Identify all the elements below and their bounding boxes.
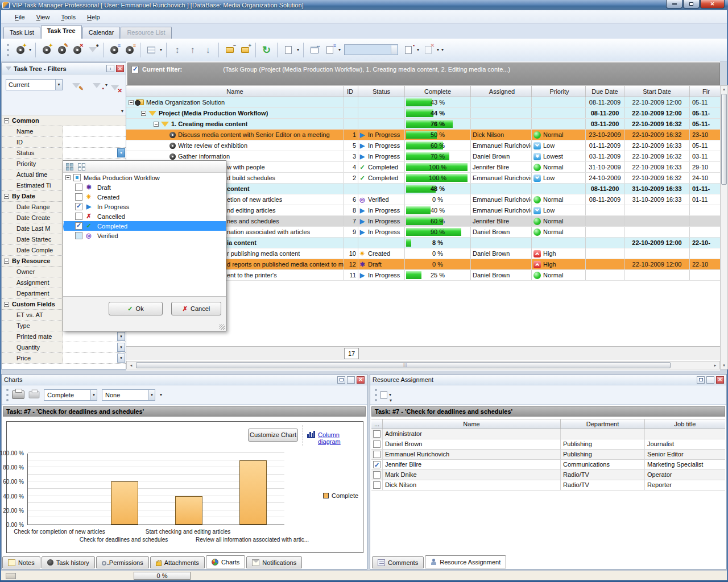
timescale-arrow[interactable]: ▾ (159, 47, 163, 52)
duplicate-icon[interactable] (281, 43, 295, 57)
fit-columns-icon[interactable]: ↔ (307, 43, 321, 57)
filter-field-value[interactable] (63, 126, 126, 136)
column-header-due-date[interactable]: Due Date (586, 86, 624, 97)
status-option-draft[interactable]: ✱Draft (63, 182, 226, 192)
task-details-icon[interactable]: ≡ (107, 43, 121, 57)
column-header-priority[interactable]: Priority (532, 86, 586, 97)
task-row[interactable]: Project (Media Production Workflow)44 %0… (126, 108, 720, 119)
column-header-start-date[interactable]: Start Date (624, 86, 690, 97)
apply-filter-icon[interactable]: ✎ (68, 78, 85, 93)
edit-task-icon[interactable]: ✎ (55, 43, 69, 57)
restore-panel-icon[interactable] (697, 376, 705, 384)
current-filter-checkbox[interactable] (131, 66, 139, 73)
ok-button[interactable]: ✓ Ok (109, 302, 163, 315)
resource-checkbox[interactable] (373, 440, 380, 448)
task-highlight-icon[interactable]: ≡ (122, 43, 136, 57)
tab-notifications[interactable]: Notifications (246, 556, 302, 568)
pin-icon[interactable] (106, 65, 114, 72)
chevron-down-icon[interactable]: ▾ (117, 343, 125, 352)
expand-all-icon[interactable]: + (238, 43, 252, 57)
save-view-arrow[interactable]: ▾ (416, 47, 420, 52)
grid-settings-arrow[interactable]: ▾ (337, 47, 342, 52)
charts-overflow-arrow[interactable]: ▾ (160, 392, 162, 397)
move-down-icon[interactable]: ↓ (201, 43, 215, 57)
duplicate-arrow[interactable]: ▾ (296, 47, 300, 52)
pin-icon[interactable] (706, 376, 714, 384)
chevron-down-icon[interactable]: ▾ (389, 392, 391, 397)
horizontal-scrollbar[interactable]: ◂ ▸ (126, 361, 720, 369)
status-option-cancelled[interactable]: ✗Cancelled (63, 211, 226, 221)
close-panel-icon[interactable]: ✕ (716, 376, 724, 384)
tree-collapse-icon[interactable] (154, 122, 159, 127)
option-checkbox[interactable] (75, 232, 82, 239)
uncheck-all-icon[interactable] (78, 163, 85, 171)
print-preview-icon[interactable] (29, 391, 40, 398)
tab-charts[interactable]: Charts (206, 555, 245, 568)
scroll-right-icon[interactable]: ▸ (711, 361, 719, 369)
status-option-created[interactable]: ☀Created (63, 192, 226, 202)
resource-row[interactable]: Dick NilsonRadio/TVReporter (371, 480, 725, 490)
menu-file[interactable]: File (9, 12, 31, 22)
scroll-left-icon[interactable]: ◂ (127, 361, 135, 369)
filter-field-value[interactable]: ▾ (63, 331, 126, 342)
scroll-up-icon[interactable]: ▴ (721, 86, 727, 93)
resource-row[interactable]: Emmanuel RurichovichPublishingSenior Edi… (371, 450, 725, 460)
option-checkbox[interactable] (75, 184, 82, 191)
tab-permissions[interactable]: Permissions (96, 556, 149, 568)
new-task-icon[interactable]: ✦ (13, 43, 27, 57)
move-up-icon[interactable]: ↑ (185, 43, 200, 57)
task-row[interactable]: Write review of exhibition5▶In Progress6… (126, 140, 720, 151)
new-task-arrow[interactable]: ▾ (28, 47, 32, 52)
filter-section-common[interactable]: Common (2, 115, 126, 126)
resource-overflow-arrow[interactable]: ▾ (390, 398, 392, 403)
filter-preset-combo[interactable]: Current ▾ (6, 79, 63, 90)
cancel-button[interactable]: ✗ Cancel (171, 302, 221, 315)
filter-tasks-icon[interactable]: ● (85, 43, 100, 57)
status-tree-root[interactable]: Media Production Workflow (63, 173, 226, 182)
restore-panel-icon[interactable] (337, 376, 345, 384)
column-diagram-link[interactable]: Column diagram (318, 431, 363, 445)
resize-grip[interactable] (219, 324, 225, 330)
tree-collapse-icon[interactable] (129, 100, 134, 105)
timescale-icon[interactable] (144, 43, 158, 57)
task-row[interactable]: Discuss media content with Senior Editor… (126, 130, 720, 140)
vertical-scroll-thumb[interactable] (721, 94, 727, 185)
tab-task-history[interactable]: Task history (42, 556, 95, 568)
minimize-button[interactable] (666, 0, 682, 9)
task-row[interactable]: Media Organization Solution43 %08-11-200… (126, 97, 720, 108)
collapse-icon[interactable] (4, 259, 9, 264)
resource-checkbox[interactable] (373, 430, 380, 438)
view-name-combo[interactable] (344, 44, 398, 55)
collapse-icon[interactable] (65, 175, 71, 180)
grid-settings-icon[interactable]: ≡ (322, 43, 337, 57)
chevron-down-icon[interactable]: ▾ (90, 390, 97, 400)
collapse-all-icon[interactable]: − (222, 43, 237, 57)
chevron-down-icon[interactable]: ▾ (55, 80, 62, 90)
check-all-icon[interactable] (66, 163, 73, 171)
filter-field-value[interactable]: ▾ (63, 342, 126, 352)
close-panel-icon[interactable]: ✕ (116, 65, 124, 72)
resource-column-department[interactable]: Department (561, 419, 645, 429)
filter-field-value[interactable]: ▾ (63, 148, 126, 158)
resource-checkbox[interactable] (373, 451, 380, 458)
option-checkbox[interactable] (75, 213, 82, 220)
column-header-fir[interactable]: Fir (690, 86, 720, 97)
chevron-down-icon[interactable]: ▾ (148, 390, 155, 400)
resource-checkbox[interactable] (373, 471, 380, 479)
view-tab-resource-list[interactable]: Resource List (121, 27, 171, 39)
view-tab-task-tree[interactable]: Task Tree (41, 25, 82, 39)
view-tab-task-list[interactable]: Task List (3, 27, 40, 39)
status-option-in-progress[interactable]: ▶In Progress (63, 202, 226, 211)
chevron-down-icon[interactable]: ▾ (117, 354, 125, 363)
column-header-name[interactable]: Name (126, 86, 344, 97)
filters-overflow-arrow[interactable]: ▾ (121, 109, 123, 114)
resource-row[interactable]: Jennifer BlireCommunicationsMarketing Sp… (371, 460, 725, 470)
restore-button[interactable] (683, 0, 700, 9)
move-task-icon[interactable]: ↕ (170, 43, 184, 57)
collapse-icon[interactable] (4, 118, 9, 123)
save-filter-icon[interactable]: ▪ (88, 78, 105, 93)
column-header-status[interactable]: Status (358, 86, 405, 97)
chart-group-combo[interactable]: None ▾ (102, 389, 155, 401)
scroll-down-icon[interactable]: ▾ (721, 362, 727, 369)
close-panel-icon[interactable]: ✕ (357, 376, 365, 384)
